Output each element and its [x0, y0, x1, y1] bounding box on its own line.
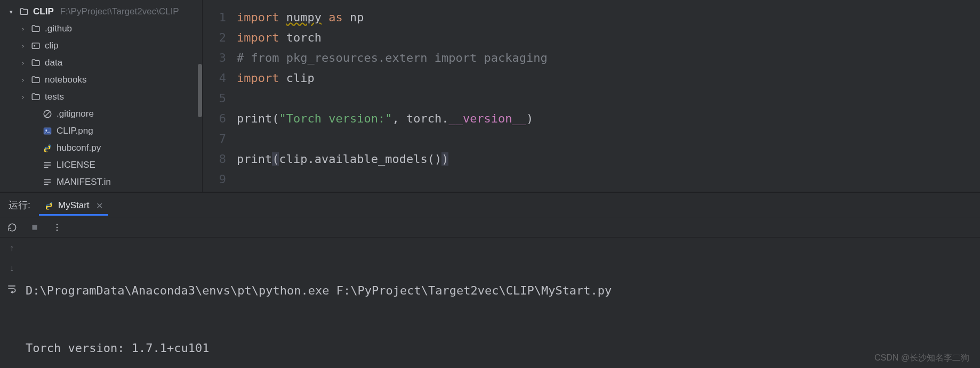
tree-item-notebooks[interactable]: › notebooks [4, 71, 202, 88]
tab-label: MyStart [58, 200, 90, 211]
svg-point-13 [57, 224, 58, 225]
run-toolbar [0, 217, 980, 238]
tree-item-clip-png[interactable]: › CLIP.png [4, 122, 202, 140]
svg-point-1 [34, 45, 35, 46]
code-content[interactable]: import numpy as np import torch # from p… [237, 0, 980, 192]
chevron-right-icon[interactable]: › [19, 60, 27, 66]
folder-icon [31, 58, 41, 68]
svg-rect-4 [44, 128, 51, 134]
run-panel: 运行: MyStart ✕ ↑ ↓ D:\ProgramData\Anacond… [0, 192, 980, 368]
line-gutter: 1 2 3 4 5 6 7 8 9 [203, 0, 237, 192]
code-editor[interactable]: 1 2 3 4 5 6 7 8 9 import numpy as np imp… [203, 0, 980, 192]
tree-label: .github [45, 23, 72, 34]
console-side-toolbar: ↑ ↓ [0, 238, 23, 368]
svg-rect-12 [33, 225, 37, 230]
svg-point-15 [57, 230, 58, 231]
project-path: F:\PyProject\Target2vec\CLIP [60, 6, 179, 17]
folder-src-icon [31, 41, 41, 51]
svg-line-3 [45, 112, 50, 117]
run-tab-mystart[interactable]: MyStart ✕ [39, 198, 108, 216]
tree-label: .gitignore [57, 109, 94, 119]
svg-point-14 [57, 226, 58, 227]
tree-root[interactable]: ▾ CLIP F:\PyProject\Target2vec\CLIP [4, 3, 202, 20]
tree-item-tests[interactable]: › tests [4, 88, 202, 105]
tree-label: tests [45, 92, 64, 102]
tree-label: data [45, 58, 62, 68]
arrow-down-icon[interactable]: ↓ [6, 263, 17, 274]
tree-item-manifest[interactable]: › MANIFEST.in [4, 174, 202, 191]
ignore-icon [43, 109, 52, 119]
output-line: Torch version: 1.7.1+cu101 [26, 339, 978, 358]
tree-item-data[interactable]: › data [4, 54, 202, 71]
tree-item-license[interactable]: › LICENSE [4, 157, 202, 174]
rerun-icon[interactable] [7, 223, 17, 232]
close-icon[interactable]: ✕ [96, 201, 103, 211]
chevron-right-icon[interactable]: › [19, 26, 27, 32]
tree-item-github[interactable]: › .github [4, 20, 202, 37]
tree-label: CLIP.png [57, 126, 93, 136]
stop-icon[interactable] [30, 223, 39, 232]
output-line: D:\ProgramData\Anaconda3\envs\pt\python.… [26, 281, 978, 300]
soft-wrap-icon[interactable] [6, 283, 17, 294]
scrollbar-thumb[interactable] [198, 64, 202, 117]
tree-label: hubconf.py [57, 143, 101, 153]
text-icon [43, 177, 52, 187]
chevron-right-icon[interactable]: › [19, 94, 27, 100]
project-name: CLIP [33, 6, 54, 17]
console-output[interactable]: D:\ProgramData\Anaconda3\envs\pt\python.… [23, 238, 980, 368]
tree-label: MANIFEST.in [57, 177, 111, 187]
folder-icon [31, 92, 41, 102]
run-label: 运行: [9, 199, 30, 211]
folder-icon [19, 7, 29, 17]
project-tree-sidebar[interactable]: ▾ CLIP F:\PyProject\Target2vec\CLIP › .g… [0, 0, 203, 192]
python-icon [43, 143, 52, 153]
chevron-right-icon[interactable]: › [19, 77, 27, 83]
svg-point-5 [45, 129, 47, 131]
chevron-right-icon[interactable]: › [19, 43, 27, 49]
folder-icon [31, 24, 41, 34]
watermark-text: CSDN @长沙知名李二狗 [874, 353, 969, 364]
svg-rect-0 [32, 43, 39, 49]
tree-item-hubconf[interactable]: › hubconf.py [4, 140, 202, 157]
tree-item-gitignore[interactable]: › .gitignore [4, 105, 202, 122]
tree-label: clip [45, 40, 59, 51]
more-icon[interactable] [52, 223, 62, 232]
run-tabs-bar: 运行: MyStart ✕ [0, 193, 980, 217]
tree-label: notebooks [45, 75, 86, 85]
chevron-down-icon[interactable]: ▾ [7, 9, 15, 15]
text-icon [43, 160, 52, 170]
tree-label: LICENSE [57, 160, 95, 170]
python-icon [44, 201, 54, 210]
image-icon [43, 126, 52, 136]
tree-item-clip[interactable]: › clip [4, 37, 202, 54]
folder-icon [31, 75, 41, 85]
arrow-up-icon[interactable]: ↑ [6, 243, 17, 253]
